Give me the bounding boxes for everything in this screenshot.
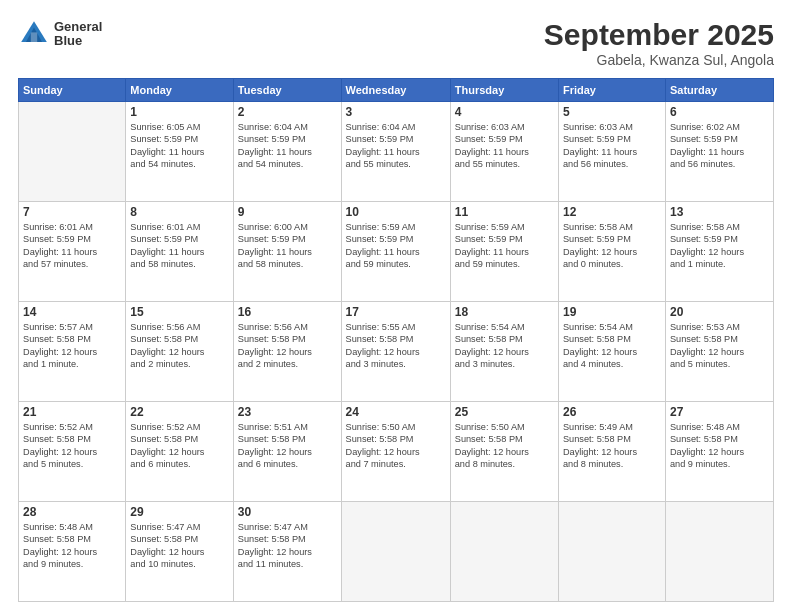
- day-number: 27: [670, 405, 769, 419]
- calendar-cell: 1Sunrise: 6:05 AMSunset: 5:59 PMDaylight…: [126, 102, 234, 202]
- calendar-cell: 18Sunrise: 5:54 AMSunset: 5:58 PMDayligh…: [450, 302, 558, 402]
- day-number: 25: [455, 405, 554, 419]
- calendar-cell: 24Sunrise: 5:50 AMSunset: 5:58 PMDayligh…: [341, 402, 450, 502]
- day-info: Sunrise: 5:59 AMSunset: 5:59 PMDaylight:…: [346, 221, 446, 271]
- weekday-header-wednesday: Wednesday: [341, 79, 450, 102]
- day-info: Sunrise: 6:02 AMSunset: 5:59 PMDaylight:…: [670, 121, 769, 171]
- week-row-1: 1Sunrise: 6:05 AMSunset: 5:59 PMDaylight…: [19, 102, 774, 202]
- title-block: September 2025 Gabela, Kwanza Sul, Angol…: [544, 18, 774, 68]
- day-info: Sunrise: 5:58 AMSunset: 5:59 PMDaylight:…: [563, 221, 661, 271]
- day-number: 11: [455, 205, 554, 219]
- day-info: Sunrise: 6:04 AMSunset: 5:59 PMDaylight:…: [346, 121, 446, 171]
- day-number: 29: [130, 505, 229, 519]
- day-info: Sunrise: 5:48 AMSunset: 5:58 PMDaylight:…: [23, 521, 121, 571]
- day-number: 14: [23, 305, 121, 319]
- weekday-header-tuesday: Tuesday: [233, 79, 341, 102]
- day-info: Sunrise: 5:59 AMSunset: 5:59 PMDaylight:…: [455, 221, 554, 271]
- logo-line2: Blue: [54, 34, 102, 48]
- day-number: 17: [346, 305, 446, 319]
- day-number: 22: [130, 405, 229, 419]
- day-info: Sunrise: 5:50 AMSunset: 5:58 PMDaylight:…: [346, 421, 446, 471]
- logo-icon: [18, 18, 50, 50]
- day-number: 9: [238, 205, 337, 219]
- day-number: 2: [238, 105, 337, 119]
- day-number: 18: [455, 305, 554, 319]
- day-number: 8: [130, 205, 229, 219]
- day-info: Sunrise: 5:58 AMSunset: 5:59 PMDaylight:…: [670, 221, 769, 271]
- calendar-cell: 5Sunrise: 6:03 AMSunset: 5:59 PMDaylight…: [558, 102, 665, 202]
- weekday-header-thursday: Thursday: [450, 79, 558, 102]
- day-info: Sunrise: 5:54 AMSunset: 5:58 PMDaylight:…: [563, 321, 661, 371]
- day-number: 26: [563, 405, 661, 419]
- day-info: Sunrise: 5:56 AMSunset: 5:58 PMDaylight:…: [238, 321, 337, 371]
- day-info: Sunrise: 5:48 AMSunset: 5:58 PMDaylight:…: [670, 421, 769, 471]
- day-number: 6: [670, 105, 769, 119]
- day-info: Sunrise: 5:47 AMSunset: 5:58 PMDaylight:…: [238, 521, 337, 571]
- calendar-cell: 14Sunrise: 5:57 AMSunset: 5:58 PMDayligh…: [19, 302, 126, 402]
- day-info: Sunrise: 5:57 AMSunset: 5:58 PMDaylight:…: [23, 321, 121, 371]
- day-number: 16: [238, 305, 337, 319]
- calendar-cell: 21Sunrise: 5:52 AMSunset: 5:58 PMDayligh…: [19, 402, 126, 502]
- day-number: 4: [455, 105, 554, 119]
- calendar-cell: 29Sunrise: 5:47 AMSunset: 5:58 PMDayligh…: [126, 502, 234, 602]
- calendar-cell: 26Sunrise: 5:49 AMSunset: 5:58 PMDayligh…: [558, 402, 665, 502]
- calendar-cell: 7Sunrise: 6:01 AMSunset: 5:59 PMDaylight…: [19, 202, 126, 302]
- day-info: Sunrise: 5:56 AMSunset: 5:58 PMDaylight:…: [130, 321, 229, 371]
- day-number: 20: [670, 305, 769, 319]
- weekday-header-saturday: Saturday: [665, 79, 773, 102]
- week-row-5: 28Sunrise: 5:48 AMSunset: 5:58 PMDayligh…: [19, 502, 774, 602]
- calendar-cell: 6Sunrise: 6:02 AMSunset: 5:59 PMDaylight…: [665, 102, 773, 202]
- logo-line1: General: [54, 20, 102, 34]
- calendar-cell: 2Sunrise: 6:04 AMSunset: 5:59 PMDaylight…: [233, 102, 341, 202]
- calendar-cell: 27Sunrise: 5:48 AMSunset: 5:58 PMDayligh…: [665, 402, 773, 502]
- day-number: 23: [238, 405, 337, 419]
- calendar-cell: 25Sunrise: 5:50 AMSunset: 5:58 PMDayligh…: [450, 402, 558, 502]
- header: General Blue September 2025 Gabela, Kwan…: [18, 18, 774, 68]
- day-number: 1: [130, 105, 229, 119]
- day-info: Sunrise: 5:47 AMSunset: 5:58 PMDaylight:…: [130, 521, 229, 571]
- day-number: 7: [23, 205, 121, 219]
- calendar-table: SundayMondayTuesdayWednesdayThursdayFrid…: [18, 78, 774, 602]
- day-info: Sunrise: 6:04 AMSunset: 5:59 PMDaylight:…: [238, 121, 337, 171]
- day-number: 3: [346, 105, 446, 119]
- day-info: Sunrise: 5:52 AMSunset: 5:58 PMDaylight:…: [23, 421, 121, 471]
- calendar-cell: [558, 502, 665, 602]
- day-info: Sunrise: 5:49 AMSunset: 5:58 PMDaylight:…: [563, 421, 661, 471]
- calendar-cell: 23Sunrise: 5:51 AMSunset: 5:58 PMDayligh…: [233, 402, 341, 502]
- weekday-header-sunday: Sunday: [19, 79, 126, 102]
- day-number: 24: [346, 405, 446, 419]
- day-number: 5: [563, 105, 661, 119]
- calendar-cell: 8Sunrise: 6:01 AMSunset: 5:59 PMDaylight…: [126, 202, 234, 302]
- calendar-cell: 10Sunrise: 5:59 AMSunset: 5:59 PMDayligh…: [341, 202, 450, 302]
- calendar-cell: 12Sunrise: 5:58 AMSunset: 5:59 PMDayligh…: [558, 202, 665, 302]
- day-number: 19: [563, 305, 661, 319]
- day-number: 21: [23, 405, 121, 419]
- day-info: Sunrise: 6:01 AMSunset: 5:59 PMDaylight:…: [130, 221, 229, 271]
- week-row-2: 7Sunrise: 6:01 AMSunset: 5:59 PMDaylight…: [19, 202, 774, 302]
- calendar-cell: 17Sunrise: 5:55 AMSunset: 5:58 PMDayligh…: [341, 302, 450, 402]
- page: General Blue September 2025 Gabela, Kwan…: [0, 0, 792, 612]
- day-info: Sunrise: 5:54 AMSunset: 5:58 PMDaylight:…: [455, 321, 554, 371]
- calendar-cell: 28Sunrise: 5:48 AMSunset: 5:58 PMDayligh…: [19, 502, 126, 602]
- calendar-cell: 20Sunrise: 5:53 AMSunset: 5:58 PMDayligh…: [665, 302, 773, 402]
- day-info: Sunrise: 5:51 AMSunset: 5:58 PMDaylight:…: [238, 421, 337, 471]
- logo-text: General Blue: [54, 20, 102, 49]
- day-info: Sunrise: 5:52 AMSunset: 5:58 PMDaylight:…: [130, 421, 229, 471]
- logo: General Blue: [18, 18, 102, 50]
- weekday-header-friday: Friday: [558, 79, 665, 102]
- month-title: September 2025: [544, 18, 774, 52]
- calendar-cell: 22Sunrise: 5:52 AMSunset: 5:58 PMDayligh…: [126, 402, 234, 502]
- calendar-cell: 16Sunrise: 5:56 AMSunset: 5:58 PMDayligh…: [233, 302, 341, 402]
- day-number: 13: [670, 205, 769, 219]
- calendar-cell: 4Sunrise: 6:03 AMSunset: 5:59 PMDaylight…: [450, 102, 558, 202]
- weekday-header-monday: Monday: [126, 79, 234, 102]
- day-info: Sunrise: 6:03 AMSunset: 5:59 PMDaylight:…: [455, 121, 554, 171]
- day-info: Sunrise: 5:50 AMSunset: 5:58 PMDaylight:…: [455, 421, 554, 471]
- calendar-cell: 19Sunrise: 5:54 AMSunset: 5:58 PMDayligh…: [558, 302, 665, 402]
- calendar-cell: [665, 502, 773, 602]
- week-row-3: 14Sunrise: 5:57 AMSunset: 5:58 PMDayligh…: [19, 302, 774, 402]
- weekday-header-row: SundayMondayTuesdayWednesdayThursdayFrid…: [19, 79, 774, 102]
- calendar-cell: 15Sunrise: 5:56 AMSunset: 5:58 PMDayligh…: [126, 302, 234, 402]
- day-info: Sunrise: 5:55 AMSunset: 5:58 PMDaylight:…: [346, 321, 446, 371]
- day-number: 10: [346, 205, 446, 219]
